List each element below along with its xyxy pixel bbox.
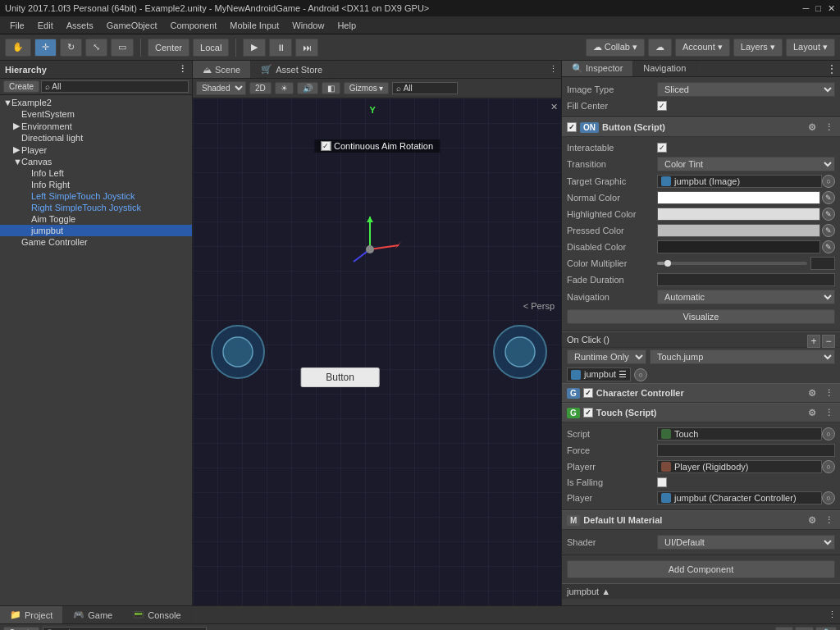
project-tab[interactable]: 📁 Project (0, 606, 63, 623)
jumpbut-ref[interactable]: jumpbut ☰ (567, 368, 631, 381)
normal-color-pick[interactable]: ✎ (822, 191, 835, 204)
hierarchy-item-environment[interactable]: ▶ Environment (0, 120, 192, 132)
target-graphic-ref[interactable]: jumpbut (Image) (657, 175, 822, 188)
playerr-ref[interactable]: Player (Rigidbody) (657, 460, 822, 473)
account-button[interactable]: Account ▾ (675, 39, 730, 57)
highlighted-color-swatch[interactable] (657, 208, 820, 221)
lock-btn[interactable]: 🔒 (815, 627, 837, 630)
hierarchy-item-aimtoggle[interactable]: Aim Toggle (0, 213, 192, 225)
menu-mobileinput[interactable]: Mobile Input (223, 19, 285, 32)
player-pick[interactable]: ○ (822, 491, 835, 504)
touch-script-settings[interactable]: ⚙ (806, 406, 819, 419)
shader-select[interactable]: UI/Default (657, 535, 835, 550)
scene-close[interactable]: ✕ (550, 102, 558, 112)
target-graphic-pick[interactable]: ○ (822, 175, 835, 188)
button-script-settings[interactable]: ⚙ (806, 121, 819, 134)
hierarchy-search[interactable] (41, 80, 189, 93)
menu-gameobject[interactable]: GameObject (100, 19, 164, 32)
scene-tab[interactable]: ⛰ Scene (193, 61, 251, 78)
touch-script-context[interactable]: ⋮ (822, 406, 835, 419)
navigation-select[interactable]: Automatic (657, 290, 835, 304)
onclick-add[interactable]: + (807, 335, 820, 348)
scene-lighting-btn[interactable]: ☀ (275, 82, 294, 94)
tool-rect[interactable]: ▭ (111, 39, 134, 57)
menu-help[interactable]: Help (331, 19, 363, 32)
image-type-select[interactable]: Sliced (657, 82, 835, 97)
cloud-button[interactable]: ☁ (648, 39, 672, 57)
disabled-color-swatch[interactable] (657, 240, 820, 253)
hierarchy-item-inforight[interactable]: Info Right (0, 179, 192, 190)
scene-2d-btn[interactable]: 2D (249, 82, 272, 94)
runtime-select[interactable]: Runtime Only (567, 349, 646, 364)
touch-jump-select[interactable]: Touch.jump (650, 349, 835, 364)
pressed-color-pick[interactable]: ✎ (822, 224, 835, 237)
maximize-btn[interactable]: □ (815, 3, 821, 14)
hierarchy-item-eventsystem[interactable]: EventSystem (0, 108, 192, 120)
bottom-options[interactable]: ⋮ (828, 609, 837, 620)
minimize-btn[interactable]: ─ (803, 3, 810, 14)
step-button[interactable]: ⏭ (295, 39, 318, 57)
script-ref[interactable]: Touch (657, 427, 822, 441)
inspector-options[interactable]: ⋮ (827, 63, 837, 75)
menu-component[interactable]: Component (163, 19, 223, 32)
force-input[interactable]: 70 (657, 444, 835, 457)
center-button[interactable]: Center (148, 39, 189, 57)
normal-color-swatch[interactable] (657, 191, 820, 204)
collab-button[interactable]: ☁ Collab ▾ (586, 39, 645, 57)
material-context[interactable]: ⋮ (822, 514, 835, 527)
hierarchy-item-canvas[interactable]: ▼ Canvas (0, 156, 192, 167)
close-btn[interactable]: ✕ (828, 3, 835, 14)
scene-audio-btn[interactable]: 🔊 (297, 82, 318, 94)
filter-btn[interactable]: ☰ (795, 627, 814, 630)
visualize-button[interactable]: Visualize (567, 309, 835, 324)
layout-button[interactable]: Layout ▾ (786, 39, 835, 57)
playerr-pick[interactable]: ○ (822, 460, 835, 473)
hierarchy-create[interactable]: Create (3, 80, 39, 93)
transition-select[interactable]: Color Tint (657, 157, 835, 171)
gizmos-btn[interactable]: Gizmos ▾ (344, 82, 390, 94)
pause-button[interactable]: ⏸ (269, 39, 292, 57)
hierarchy-options[interactable]: ⋮ (178, 64, 187, 75)
isfalling-checkbox[interactable] (657, 477, 667, 487)
tool-rotate[interactable]: ↻ (60, 39, 82, 57)
player-ref[interactable]: jumpbut (Character Controller) (657, 491, 822, 504)
navigation-tab[interactable]: Navigation (633, 61, 696, 76)
project-search[interactable] (43, 627, 207, 630)
add-component-button[interactable]: Add Component (567, 560, 835, 578)
script-pick[interactable]: ○ (822, 427, 835, 441)
shading-mode[interactable]: Shaded (196, 81, 246, 95)
fade-duration-input[interactable]: 0.1 (657, 273, 835, 286)
menu-assets[interactable]: Assets (60, 19, 100, 32)
interactable-checkbox[interactable]: ✓ (657, 143, 667, 153)
disabled-color-pick[interactable]: ✎ (822, 240, 835, 253)
scene-search[interactable] (392, 82, 458, 94)
inspector-tab[interactable]: 🔍 Inspector (562, 61, 633, 76)
scene-effects-btn[interactable]: ◧ (322, 82, 340, 94)
tool-scale[interactable]: ⤡ (85, 39, 107, 57)
local-button[interactable]: Local (193, 39, 229, 57)
menu-edit[interactable]: Edit (31, 19, 60, 32)
hierarchy-item-dirlight[interactable]: Directional light (0, 132, 192, 144)
hierarchy-item-infoleft[interactable]: Info Left (0, 167, 192, 179)
jumpbut-ref-pick[interactable]: ○ (634, 368, 647, 381)
hierarchy-item-example2[interactable]: ▼ Example2 (0, 97, 192, 108)
highlighted-color-pick[interactable]: ✎ (822, 208, 835, 221)
hierarchy-item-player[interactable]: ▶ Player (0, 144, 192, 156)
hierarchy-item-leftjoystick[interactable]: Left SimpleTouch Joystick (0, 190, 192, 202)
color-multiplier-input[interactable]: 1 (810, 257, 835, 270)
asset-store-tab[interactable]: 🛒 Asset Store (251, 61, 333, 78)
fill-center-checkbox[interactable]: ✓ (657, 101, 667, 111)
hierarchy-item-rightjoystick[interactable]: Right SimpleTouch Joystick (0, 202, 192, 213)
menu-window[interactable]: Window (285, 19, 331, 32)
console-tab[interactable]: 📟 Console (123, 606, 191, 623)
material-settings[interactable]: ⚙ (806, 514, 819, 527)
button-enabled-check[interactable]: ✓ (567, 122, 577, 132)
button-script-context[interactable]: ⋮ (822, 121, 835, 134)
menu-file[interactable]: File (3, 19, 31, 32)
onclick-remove[interactable]: − (822, 335, 835, 348)
refresh-btn[interactable]: ↻ (775, 627, 793, 630)
layers-button[interactable]: Layers ▾ (733, 39, 783, 57)
touch-script-check[interactable]: ✓ (583, 408, 593, 418)
char-controller-check[interactable]: ✓ (583, 388, 593, 398)
char-controller-context[interactable]: ⋮ (822, 386, 835, 399)
